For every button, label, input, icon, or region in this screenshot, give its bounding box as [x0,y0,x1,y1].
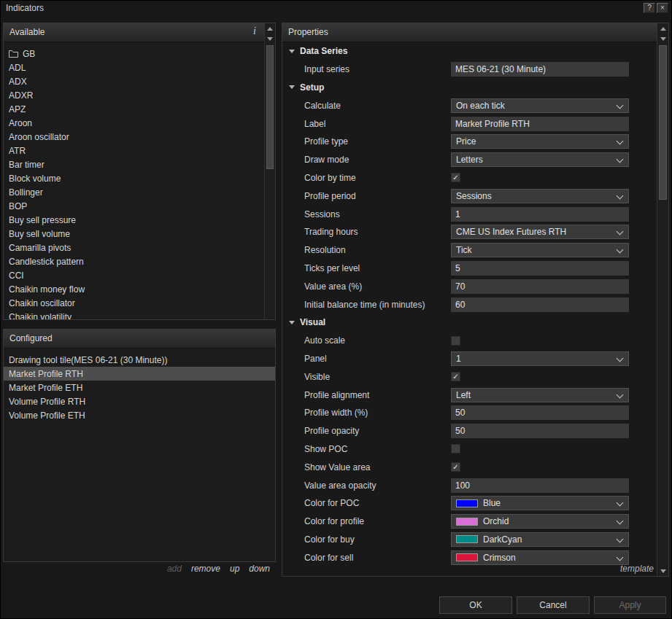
property-row: Show Value area✓ [282,458,657,476]
property-label: Resolution [282,245,451,255]
property-label: Ticks per level [282,263,451,273]
available-item-label: BOP [9,201,27,211]
dropdown[interactable]: Left [451,388,629,402]
text-input[interactable]: 70 [451,279,629,294]
ok-button[interactable]: OK [439,596,512,614]
window-title: Indicators [6,3,44,13]
available-item[interactable]: ADL [4,61,265,74]
property-section[interactable]: Visual [282,314,657,332]
checkbox[interactable]: ✓ [451,462,460,472]
available-item[interactable]: APZ [4,102,265,116]
info-icon[interactable]: i [253,26,256,37]
scroll-down-button[interactable] [265,34,275,44]
up-button[interactable]: up [230,564,239,574]
available-item[interactable]: BOP [4,199,265,213]
template-link[interactable]: template [620,564,654,574]
chevron-down-icon [617,553,624,561]
property-control: Tick [451,243,629,257]
configured-list: Drawing tool tile(MES 06-21 (30 Minute))… [4,349,275,561]
available-item[interactable]: Buy sell volume [4,227,265,241]
chevron-down-icon [617,499,624,507]
text-input[interactable]: 60 [451,297,629,312]
available-item[interactable]: Candlestick pattern [4,254,265,268]
available-scrollbar[interactable] [264,23,275,319]
checkbox[interactable]: ✓ [451,173,460,182]
available-item[interactable]: ADX [4,74,265,88]
text-input[interactable]: 50 [451,405,629,420]
scrollbar-thumb[interactable] [266,45,274,169]
property-control: Letters [451,152,629,167]
arrow-down-icon [660,569,666,573]
available-item[interactable]: Bollinger [4,185,265,199]
checkbox[interactable]: ✓ [451,372,460,381]
scroll-up-button[interactable] [657,23,668,34]
property-section[interactable]: Data Series [282,42,657,61]
available-item[interactable]: Chaikin volatility [4,310,265,319]
property-label: Profile alignment [282,390,451,400]
apply-button[interactable]: Apply [594,596,666,614]
add-button[interactable]: add [167,564,182,574]
available-item-label: Chaikin volatility [9,312,72,320]
text-input[interactable]: Market Profile RTH [451,117,629,131]
scroll-up-button[interactable] [265,23,275,34]
property-label: Color for sell [282,553,451,563]
text-input[interactable]: 100 [451,478,629,493]
dropdown[interactable]: Sessions [451,189,629,203]
checkbox[interactable] [451,444,460,453]
available-item[interactable]: Aroon [4,116,265,130]
available-item[interactable]: GB [4,47,265,61]
title-bar[interactable]: Indicators ? × [1,1,671,15]
text-input[interactable]: 50 [451,424,629,438]
help-button[interactable]: ? [644,3,655,13]
available-item[interactable]: ATR [4,144,265,157]
property-section[interactable]: Setup [282,79,657,97]
color-dropdown[interactable]: Orchid [451,514,629,529]
configured-item[interactable]: Market Profile ETH [4,381,275,394]
configured-item[interactable]: Volume Profile RTH [4,394,275,408]
available-item[interactable]: ADXR [4,88,265,102]
properties-scrollbar[interactable] [657,23,668,576]
checkbox[interactable] [451,336,460,346]
configured-item[interactable]: Volume Profile ETH [4,408,275,422]
dropdown[interactable]: Letters [451,152,629,167]
available-item[interactable]: Block volume [4,171,265,185]
down-button[interactable]: down [249,564,270,574]
dropdown[interactable]: Price [451,134,629,149]
dropdown-value: Sessions [456,191,492,201]
configured-item[interactable]: Drawing tool tile(MES 06-21 (30 Minute)) [4,353,275,367]
available-item[interactable]: Chaikin oscillator [4,296,265,310]
available-item[interactable]: Aroon oscillator [4,130,265,144]
property-label: Label [282,119,451,129]
available-item[interactable]: Bar timer [4,157,265,171]
dropdown[interactable]: 1 [451,351,629,366]
scroll-down-button[interactable] [657,566,668,576]
dropdown[interactable]: Tick [451,243,629,257]
remove-button[interactable]: remove [191,564,220,574]
scroll-down-button[interactable] [657,34,668,44]
dropdown-value: Orchid [483,516,509,526]
text-input[interactable]: MES 06-21 (30 Minute) [451,62,629,77]
close-button[interactable]: × [657,3,668,13]
configured-panel: Configured Drawing tool tile(MES 06-21 (… [3,329,276,562]
cancel-button[interactable]: Cancel [517,596,590,614]
property-row: Trading hoursCME US Index Futures RTH [282,223,657,241]
available-item[interactable]: Chaikin money flow [4,282,265,296]
scrollbar-thumb[interactable] [659,45,667,200]
text-input[interactable]: 1 [451,207,629,222]
property-row: Profile width (%)50 [282,404,657,422]
available-item[interactable]: CCI [4,268,265,282]
available-item-label: GB [23,49,35,59]
text-input[interactable]: 5 [451,261,629,276]
configured-item[interactable]: Market Profile RTH [4,367,275,381]
color-dropdown[interactable]: Blue [451,496,629,510]
available-item-label: APZ [9,104,26,114]
section-label: Data Series [300,46,347,56]
available-item[interactable]: Camarilla pivots [4,241,265,254]
dropdown[interactable]: CME US Index Futures RTH [451,225,629,239]
color-dropdown[interactable]: Crimson [451,550,629,565]
dropdown[interactable]: On each tick [451,98,629,113]
available-item[interactable]: Buy sell pressure [4,213,265,227]
property-label: Show Value area [282,462,451,472]
available-item-label: ADXR [9,90,33,101]
color-dropdown[interactable]: DarkCyan [451,532,629,547]
